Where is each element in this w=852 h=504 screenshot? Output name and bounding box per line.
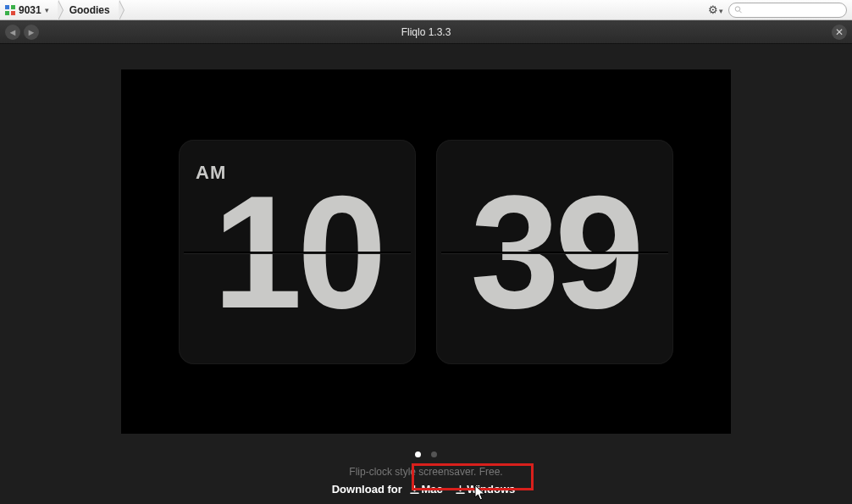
chevron-down-icon: ▾ xyxy=(45,6,49,14)
carousel-dot-2[interactable] xyxy=(431,451,437,457)
breadcrumb-section-label: Goodies xyxy=(69,4,110,16)
clock-minutes: 39 xyxy=(470,171,639,332)
arrow-right-icon: ► xyxy=(27,27,36,37)
svg-line-1 xyxy=(739,11,741,13)
viewer-header: ◄ ► Fliqlo 1.3.3 ✕ xyxy=(0,20,852,44)
settings-menu[interactable]: ⚙▾ xyxy=(708,3,723,16)
search-input[interactable] xyxy=(746,5,841,15)
nav-back-button[interactable]: ◄ xyxy=(5,25,20,40)
download-row: Download for Mac Windows xyxy=(0,483,852,497)
download-mac-label: Mac xyxy=(421,483,442,496)
product-screenshot: AM 10 39 xyxy=(121,69,731,434)
download-icon xyxy=(410,485,419,497)
close-icon: ✕ xyxy=(835,26,844,38)
nav-forward-button[interactable]: ► xyxy=(24,25,39,40)
clock-ampm: AM xyxy=(196,162,226,184)
gear-icon: ⚙ xyxy=(708,3,718,16)
carousel-dots xyxy=(0,446,852,461)
close-button[interactable]: ✕ xyxy=(832,25,847,40)
clock-hours: 10 xyxy=(213,171,381,332)
arrow-left-icon: ◄ xyxy=(8,27,18,37)
svg-point-0 xyxy=(735,7,740,12)
search-field[interactable] xyxy=(728,3,847,18)
clock-minutes-card: 39 xyxy=(436,140,673,364)
breadcrumb-toolbar: 9031 ▾ Goodies ⚙▾ xyxy=(0,0,852,20)
carousel-dot-1[interactable] xyxy=(415,451,421,457)
clock-hours-card: AM 10 xyxy=(179,140,416,364)
download-mac-link[interactable]: Mac xyxy=(410,483,445,496)
product-description: Flip-clock style screensaver. Free. xyxy=(0,466,852,478)
download-icon xyxy=(456,485,465,497)
chevron-down-icon: ▾ xyxy=(719,7,723,15)
site-grid-icon xyxy=(5,5,15,15)
viewer-title: Fliqlo 1.3.3 xyxy=(0,26,852,38)
breadcrumb-site-label: 9031 xyxy=(19,4,41,16)
download-windows-link[interactable]: Windows xyxy=(456,483,515,496)
breadcrumb-section[interactable]: Goodies xyxy=(58,0,119,19)
search-icon xyxy=(734,5,743,14)
product-stage: AM 10 39 Flip-clock style screensaver. F… xyxy=(0,69,852,497)
download-windows-label: Windows xyxy=(467,483,515,496)
download-prefix: Download for xyxy=(332,483,402,496)
breadcrumb-site[interactable]: 9031 ▾ xyxy=(0,0,58,19)
